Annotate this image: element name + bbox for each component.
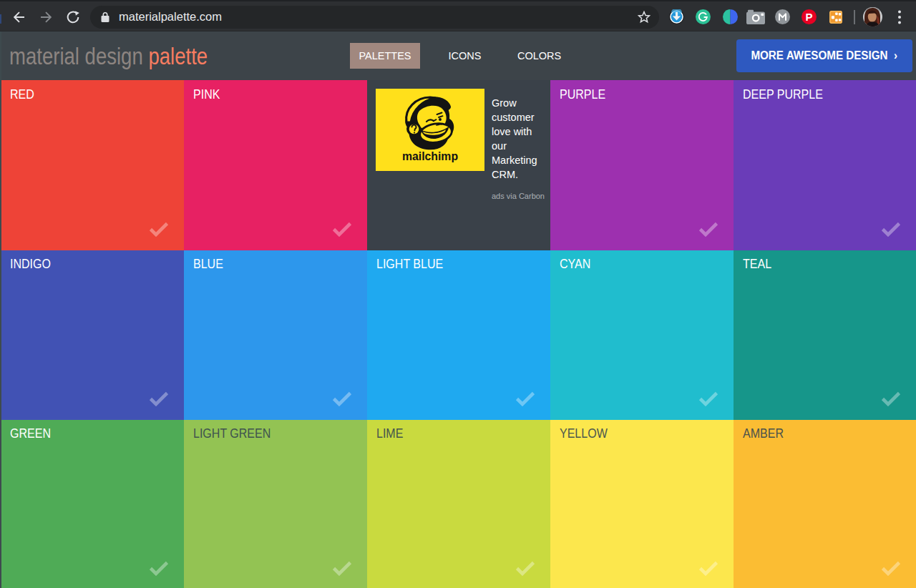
- svg-text:mailchimp: mailchimp: [402, 150, 458, 162]
- svg-text:P: P: [806, 11, 813, 23]
